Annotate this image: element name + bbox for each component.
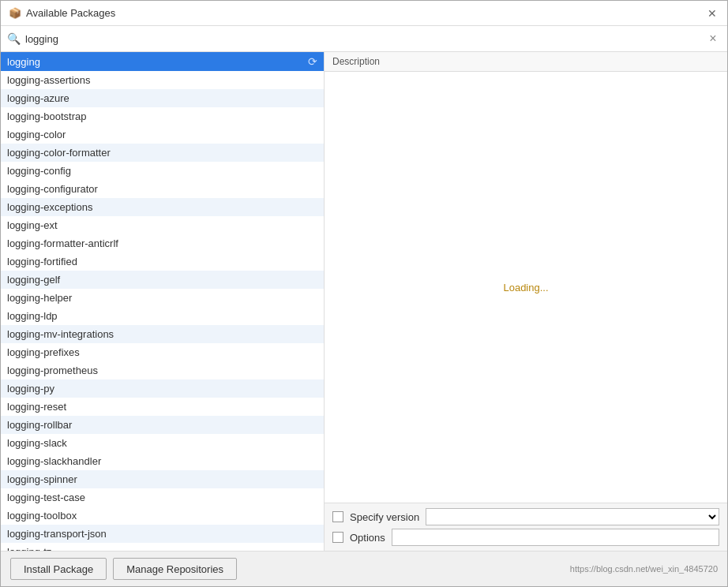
package-item[interactable]: logging-color-formatter xyxy=(1,144,324,162)
package-item[interactable]: logging-azure xyxy=(1,89,324,107)
options-checkbox[interactable] xyxy=(332,532,343,543)
package-name: logging-slack xyxy=(7,437,67,449)
package-item[interactable]: logging-spinner xyxy=(1,470,324,488)
install-package-button[interactable]: Install Package xyxy=(10,558,107,580)
package-item[interactable]: logging-slackhandler xyxy=(1,452,324,470)
package-name: logging-ext xyxy=(7,219,58,231)
package-name: logging-spinner xyxy=(7,473,77,485)
description-body: Loading... xyxy=(325,72,727,503)
title-bar-left: 📦 Available Packages xyxy=(9,7,115,20)
window-title: Available Packages xyxy=(26,7,115,19)
package-name: logging-reset xyxy=(7,401,66,413)
package-name: logging-rollbar xyxy=(7,419,72,431)
specify-version-row: Specify version xyxy=(332,508,719,525)
refresh-icon[interactable]: ⟳ xyxy=(308,55,317,68)
footer: Install Package Manage Repositories http… xyxy=(1,551,727,586)
package-item[interactable]: logging-assertions xyxy=(1,71,324,89)
main-content: logging⟳logging-assertionslogging-azurel… xyxy=(1,52,727,551)
version-select[interactable] xyxy=(426,508,719,525)
package-name: logging-color xyxy=(7,129,66,140)
search-bar: 🔍 × xyxy=(1,26,727,52)
package-list: logging⟳logging-assertionslogging-azurel… xyxy=(1,52,324,551)
package-name: logging-prometheus xyxy=(7,365,98,376)
package-name: logging-toolbox xyxy=(7,510,77,522)
search-input[interactable] xyxy=(25,33,700,45)
package-name: logging-azure xyxy=(7,92,69,104)
package-item[interactable]: logging-rollbar xyxy=(1,416,324,434)
package-name: logging-color-formatter xyxy=(7,147,111,159)
options-label: Options xyxy=(350,532,385,544)
package-item[interactable]: logging-reset xyxy=(1,398,324,416)
package-item[interactable]: logging-prefixes xyxy=(1,343,324,361)
package-item[interactable]: logging-prometheus xyxy=(1,361,324,379)
package-item[interactable]: logging-config xyxy=(1,162,324,180)
package-item[interactable]: logging-slack xyxy=(1,434,324,452)
package-item[interactable]: logging-test-case xyxy=(1,488,324,507)
package-name: logging-mv-integrations xyxy=(7,328,114,340)
package-name: logging-prefixes xyxy=(7,346,80,358)
available-packages-window: 📦 Available Packages ✕ 🔍 × logging⟳loggi… xyxy=(0,0,728,587)
package-item[interactable]: logging-color xyxy=(1,125,324,144)
package-item[interactable]: logging-fortified xyxy=(1,252,324,271)
package-name: logging-formatter-anticrlf xyxy=(7,237,118,249)
package-item[interactable]: logging-ext xyxy=(1,216,324,234)
package-item[interactable]: logging-helper xyxy=(1,289,324,307)
package-item[interactable]: logging-mv-integrations xyxy=(1,325,324,343)
package-name: logging-fortified xyxy=(7,256,77,267)
package-item[interactable]: logging-toolbox xyxy=(1,507,324,525)
package-name: logging-gelf xyxy=(7,274,60,286)
package-name: logging xyxy=(7,56,40,68)
footer-url: https://blog.csdn.net/wei_xin_4845720 xyxy=(570,564,718,574)
close-button[interactable]: ✕ xyxy=(705,6,719,21)
window-icon: 📦 xyxy=(9,7,21,20)
package-item[interactable]: logging-formatter-anticrlf xyxy=(1,234,324,252)
package-item[interactable]: logging-gelf xyxy=(1,271,324,289)
package-item[interactable]: logging-exceptions xyxy=(1,198,324,216)
description-header: Description xyxy=(325,52,727,72)
search-clear-button[interactable]: × xyxy=(705,31,721,47)
package-item[interactable]: logging-tz xyxy=(1,543,324,551)
search-icon: 🔍 xyxy=(7,32,21,45)
options-row: Options xyxy=(332,529,719,546)
package-name: logging-py xyxy=(7,383,54,394)
description-panel: Description Loading... Specify version O… xyxy=(325,52,727,551)
package-name: logging-test-case xyxy=(7,492,85,503)
specify-version-label: Specify version xyxy=(350,511,419,523)
options-input[interactable] xyxy=(392,529,719,546)
package-name: logging-assertions xyxy=(7,74,91,86)
package-name: logging-helper xyxy=(7,292,72,304)
title-bar: 📦 Available Packages ✕ xyxy=(1,1,727,26)
package-name: logging-bootstrap xyxy=(7,110,86,122)
package-item[interactable]: logging-bootstrap xyxy=(1,107,324,125)
loading-text: Loading... xyxy=(503,282,548,294)
package-name: logging-config xyxy=(7,165,71,177)
package-item[interactable]: logging-py xyxy=(1,379,324,398)
package-name: logging-exceptions xyxy=(7,201,92,213)
specify-version-checkbox[interactable] xyxy=(332,511,343,522)
package-name: logging-ldp xyxy=(7,310,58,322)
package-list-container: logging⟳logging-assertionslogging-azurel… xyxy=(1,52,325,551)
package-item[interactable]: logging-transport-json xyxy=(1,525,324,543)
package-name: logging-configurator xyxy=(7,183,98,195)
footer-buttons: Install Package Manage Repositories xyxy=(10,558,237,580)
manage-repositories-button[interactable]: Manage Repositories xyxy=(113,558,237,580)
package-item[interactable]: logging-configurator xyxy=(1,180,324,198)
package-name: logging-transport-json xyxy=(7,528,107,540)
package-name: logging-slackhandler xyxy=(7,455,101,467)
package-item[interactable]: logging⟳ xyxy=(1,52,324,71)
version-options-bar: Specify version Options xyxy=(325,503,727,551)
package-item[interactable]: logging-ldp xyxy=(1,307,324,325)
